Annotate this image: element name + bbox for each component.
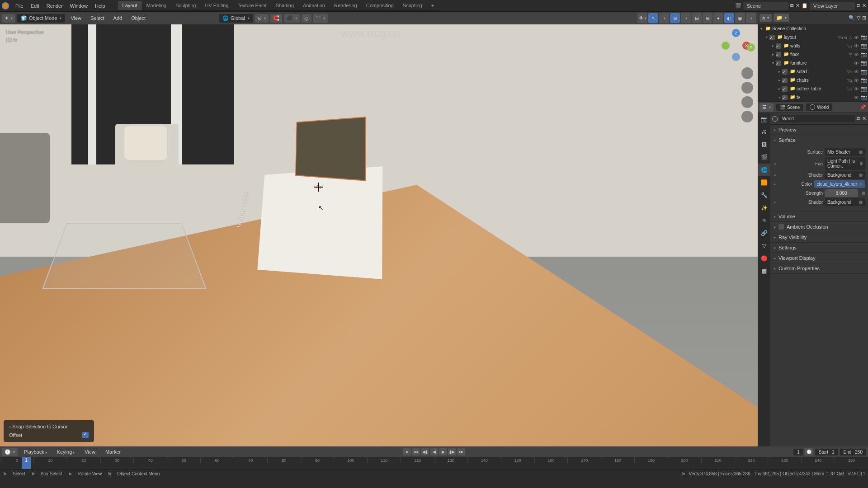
ao-checkbox[interactable]	[778, 224, 784, 230]
timeline-editor-selector[interactable]: 🕐▾	[2, 448, 18, 456]
tab-layout[interactable]: Layout	[118, 1, 142, 10]
menu-edit[interactable]: Edit	[27, 1, 43, 10]
pivot-selector[interactable]: ⊙▾	[255, 14, 269, 23]
outliner-item-coffee_table[interactable]: ▸📁coffee_table▽₂👁📷	[758, 84, 868, 93]
hide-viewport-icon[interactable]: 👁	[854, 52, 859, 57]
panel-volume[interactable]: ▸Volume	[770, 211, 868, 221]
include-checkbox[interactable]	[782, 78, 788, 83]
copy-viewlayer-icon[interactable]: ⧉	[857, 3, 860, 9]
hide-viewport-icon[interactable]: 👁	[854, 78, 859, 83]
viewport-menu-view[interactable]: View	[67, 14, 85, 23]
prop-tab-physics[interactable]: ⚛	[758, 214, 770, 227]
prop-tab-particles[interactable]: ✨	[758, 202, 770, 214]
viewport-menu-object[interactable]: Object	[127, 14, 149, 23]
panel-settings[interactable]: ▸Settings	[770, 243, 868, 253]
next-key-button[interactable]: ▮▶	[448, 448, 456, 455]
properties-editor-selector[interactable]: ☰▾	[760, 103, 774, 112]
panel-surface[interactable]: ▾Surface	[770, 135, 868, 145]
axis-y-icon[interactable]: Y	[747, 43, 755, 52]
prop-tab-viewlayer[interactable]: 🖼	[758, 138, 770, 151]
3d-viewport[interactable]: living room ↖ User Perspective (1) tv Z …	[0, 24, 758, 446]
tab-rendering[interactable]: Rendering	[330, 1, 362, 10]
fac-value[interactable]: Light Path | Is Camer..	[825, 157, 865, 170]
prop-tab-render[interactable]: 📷	[758, 113, 770, 126]
disable-render-icon[interactable]: 📷	[861, 52, 867, 57]
outliner-item-floor[interactable]: ▸📁floor▽👁📷	[758, 50, 868, 59]
axis-neg-y-icon[interactable]	[722, 42, 730, 50]
outliner-item-layout[interactable]: ▾📁layout▽₃ ◊₃ △👁📷	[758, 33, 868, 42]
expand-toggle-icon[interactable]: ▸	[777, 70, 782, 74]
outliner-item-walls[interactable]: ▸📁walls▽₃👁📷	[758, 42, 868, 50]
tab-shading[interactable]: Shading	[271, 1, 298, 10]
gizmo-toggle[interactable]: ↖	[648, 13, 658, 23]
menu-file[interactable]: File	[12, 1, 27, 10]
shading-solid[interactable]: ●	[713, 13, 723, 23]
new-world-icon[interactable]: ⧉	[857, 116, 860, 122]
tab-uv-editing[interactable]: UV Editing	[200, 1, 233, 10]
editor-type-selector[interactable]: ✦▾	[2, 14, 15, 23]
panel-custom-properties[interactable]: ▸Custom Properties	[770, 263, 868, 273]
tab-compositing[interactable]: Compositing	[362, 1, 398, 10]
outliner-item-furniture[interactable]: ▾📁furniture👁📷	[758, 59, 868, 67]
timeline-menu-view[interactable]: View	[81, 447, 99, 456]
preview-range-toggle[interactable]: 🕐	[805, 448, 813, 455]
disable-render-icon[interactable]: 📷	[861, 43, 867, 49]
prop-tab-world[interactable]: 🌐	[758, 164, 770, 176]
mode-selector[interactable]: 🧊Object Mode▾	[17, 14, 65, 23]
new-collection-icon[interactable]: ⊞	[862, 15, 866, 21]
disable-render-icon[interactable]: 📷	[861, 86, 867, 92]
expand-toggle-icon[interactable]: ▸	[770, 52, 776, 56]
expand-toggle-icon[interactable]: ▸	[770, 44, 776, 48]
include-checkbox[interactable]	[782, 69, 788, 75]
prop-tab-constraints[interactable]: 🔗	[758, 227, 770, 239]
tab-add[interactable]: +	[427, 1, 439, 10]
context-scene[interactable]: 🎬Scene	[776, 104, 803, 111]
outliner-root[interactable]: ▾ 📁 Scene Collection	[758, 24, 868, 33]
hide-viewport-icon[interactable]: 👁	[854, 43, 859, 49]
include-checkbox[interactable]	[776, 61, 781, 66]
start-frame-field[interactable]: Start1	[815, 449, 838, 455]
shading-wireframe[interactable]: ⊕	[703, 13, 712, 23]
hide-viewport-icon[interactable]: 👁	[854, 86, 859, 92]
disable-render-icon[interactable]: 📷	[861, 77, 867, 83]
jump-end-button[interactable]: ⏭	[457, 448, 465, 455]
pin-icon[interactable]: 📌	[860, 104, 866, 110]
shader1-selector[interactable]: Background	[825, 171, 865, 179]
xray-toggle[interactable]: ⊞	[692, 13, 702, 23]
camera-view-icon[interactable]	[741, 96, 753, 108]
include-checkbox[interactable]	[782, 86, 788, 92]
panel-ao[interactable]: ▸Ambient Occlusion	[770, 222, 868, 232]
playhead[interactable]: 1	[22, 457, 31, 469]
prop-tab-modifiers[interactable]: 🔧	[758, 189, 770, 202]
hide-viewport-icon[interactable]: 👁	[854, 35, 859, 40]
shading-rendered[interactable]: ◉	[735, 13, 745, 23]
timeline-menu-playback[interactable]: Playback▾	[20, 447, 51, 456]
include-checkbox[interactable]	[776, 43, 781, 49]
disable-render-icon[interactable]: 📷	[861, 60, 867, 66]
disable-render-icon[interactable]: 📷	[861, 94, 867, 100]
tab-scripting[interactable]: Scripting	[398, 1, 427, 10]
tab-sculpting[interactable]: Sculpting	[171, 1, 200, 10]
operator-panel[interactable]: ▾ Snap Selection to Cursor Offset	[4, 420, 94, 442]
hide-viewport-icon[interactable]: 👁	[854, 95, 859, 100]
expand-toggle-icon[interactable]: ▾	[764, 35, 769, 39]
orientation-selector[interactable]: 🌐Global▾	[219, 14, 253, 23]
filter-icon[interactable]: ▽	[857, 15, 860, 21]
include-checkbox[interactable]	[769, 35, 775, 40]
search-icon[interactable]: 🔍	[849, 15, 855, 21]
play-reverse-button[interactable]: ◀	[430, 448, 438, 455]
panel-ray[interactable]: ▸Ray Visibility	[770, 232, 868, 242]
timeline-ruler[interactable]: 1 01020304050607080901001101201301401501…	[0, 457, 868, 469]
menu-help[interactable]: Help	[91, 1, 109, 10]
include-checkbox[interactable]	[782, 95, 788, 100]
proportional-options[interactable]: ⌒▾	[313, 14, 328, 23]
outliner-item-chairs[interactable]: ▸📁chairs▽₂👁📷	[758, 76, 868, 84]
proportional-toggle[interactable]: ◎	[302, 14, 311, 23]
viewport-menu-add[interactable]: Add	[110, 14, 126, 23]
prev-key-button[interactable]: ◀▮	[421, 448, 429, 455]
strength-value[interactable]: 8.000	[825, 189, 858, 197]
hide-viewport-icon[interactable]: 👁	[854, 61, 859, 66]
prop-tab-material[interactable]: 🔴	[758, 252, 770, 265]
outliner-editor-selector[interactable]: ≡▾	[760, 14, 772, 22]
prop-tab-texture[interactable]: ▦	[758, 265, 770, 277]
